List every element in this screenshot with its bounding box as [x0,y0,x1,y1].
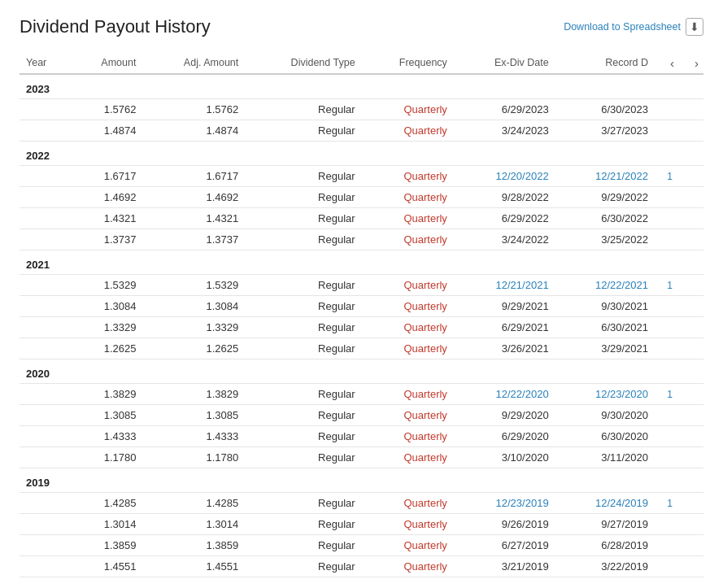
page-number[interactable]: 1 [655,166,679,187]
cell-amount: 1.5329 [70,275,142,296]
cell-ex-div: 6/27/2019 [454,535,555,556]
nav-prev-col: ‹ [655,52,679,74]
cell-frequency: Quarterly [362,317,454,338]
empty-nav [679,384,703,405]
table-row: 1.3329 1.3329 Regular Quarterly 6/29/202… [20,317,703,338]
cell-frequency: Quarterly [362,426,454,447]
cell-amount: 1.5762 [70,99,142,120]
cell-frequency: Quarterly [362,187,454,208]
cell-year-empty [20,556,70,577]
cell-type: Regular [245,426,361,447]
table-row: 1.3829 1.3829 Regular Quarterly 12/22/20… [20,384,703,405]
empty-nav [679,166,703,187]
cell-ex-div: 12/22/2020 [454,384,555,405]
cell-adj-amount: 1.3859 [142,535,245,556]
cell-adj-amount: 1.4321 [142,208,245,229]
cell-type: Regular [245,514,361,535]
cell-type: Regular [245,493,361,514]
cell-record: 6/28/2019 [555,535,655,556]
table-row: 1.3085 1.3085 Regular Quarterly 9/29/202… [20,405,703,426]
cell-ex-div: 3/24/2023 [454,120,555,142]
table-row: 1.4692 1.4692 Regular Quarterly 9/28/202… [20,187,703,208]
empty-nav2 [679,99,703,120]
col-frequency: Frequency [362,52,454,74]
cell-year-empty [20,120,70,142]
empty-nav2 [679,229,703,250]
cell-year-empty [20,384,70,405]
nav-next-col: › [679,52,703,74]
cell-amount: 1.4285 [70,493,142,514]
empty-page [655,556,679,577]
nav-prev-button[interactable]: ‹ [667,54,677,72]
cell-adj-amount: 1.3014 [142,514,245,535]
cell-year-empty [20,296,70,317]
col-dividend-type: Dividend Type [245,52,361,74]
cell-ex-div: 6/29/2020 [454,426,555,447]
cell-record: 3/29/2021 [555,338,655,359]
cell-record: 9/29/2022 [555,187,655,208]
empty-nav [679,493,703,514]
cell-adj-amount: 1.5329 [142,275,245,296]
empty-nav2 [679,556,703,577]
nav-next-button[interactable]: › [691,54,702,72]
cell-type: Regular [245,187,361,208]
col-amount: Amount [70,52,142,74]
empty-nav2 [679,338,703,359]
empty-page [655,120,679,142]
cell-ex-div: 9/29/2020 [454,405,555,426]
cell-adj-amount: 1.5762 [142,99,245,120]
table-row: 1.3084 1.3084 Regular Quarterly 9/29/202… [20,296,703,317]
cell-type: Regular [245,296,361,317]
empty-nav2 [679,187,703,208]
cell-adj-amount: 1.2625 [142,338,245,359]
empty-nav [679,275,703,296]
page-title: Dividend Payout History [20,16,211,37]
page-number[interactable]: 1 [655,384,679,405]
cell-ex-div: 12/21/2021 [454,275,555,296]
page-number[interactable]: 1 [655,275,679,296]
cell-record: 12/23/2020 [555,384,655,405]
col-record-d: Record D [555,52,655,74]
cell-adj-amount: 1.1780 [142,447,245,468]
year-group-row: 2023 [20,74,703,99]
page-number[interactable]: 1 [655,493,679,514]
empty-page [655,317,679,338]
cell-frequency: Quarterly [362,384,454,405]
dividend-table: Year Amount Adj. Amount Dividend Type Fr… [20,52,703,577]
cell-ex-div: 3/26/2021 [454,338,555,359]
table-row: 1.3014 1.3014 Regular Quarterly 9/26/201… [20,514,703,535]
cell-amount: 1.3737 [70,229,142,250]
cell-record: 12/21/2022 [555,166,655,187]
cell-type: Regular [245,447,361,468]
cell-adj-amount: 1.4692 [142,187,245,208]
cell-record: 12/24/2019 [555,493,655,514]
cell-type: Regular [245,99,361,120]
cell-ex-div: 9/26/2019 [454,514,555,535]
cell-record: 3/27/2023 [555,120,655,142]
table-row: 1.5329 1.5329 Regular Quarterly 12/21/20… [20,275,703,296]
empty-page [655,514,679,535]
cell-frequency: Quarterly [362,405,454,426]
cell-type: Regular [245,535,361,556]
cell-amount: 1.4321 [70,208,142,229]
empty-nav2 [679,405,703,426]
cell-type: Regular [245,275,361,296]
empty-page [655,535,679,556]
empty-page [655,296,679,317]
col-ex-div-date: Ex-Div Date [454,52,555,74]
cell-year-empty [20,229,70,250]
table-row: 1.2625 1.2625 Regular Quarterly 3/26/202… [20,338,703,359]
empty-nav2 [679,447,703,468]
table-row: 1.4874 1.4874 Regular Quarterly 3/24/202… [20,120,703,142]
cell-year-empty [20,426,70,447]
download-link[interactable]: Download to Spreadsheet ⬇ [564,18,703,36]
cell-frequency: Quarterly [362,120,454,142]
cell-adj-amount: 1.3737 [142,229,245,250]
cell-frequency: Quarterly [362,447,454,468]
cell-type: Regular [245,384,361,405]
table-header-row: Year Amount Adj. Amount Dividend Type Fr… [20,52,703,74]
cell-adj-amount: 1.4874 [142,120,245,142]
empty-page [655,338,679,359]
cell-year-empty [20,99,70,120]
year-label: 2021 [20,250,703,275]
